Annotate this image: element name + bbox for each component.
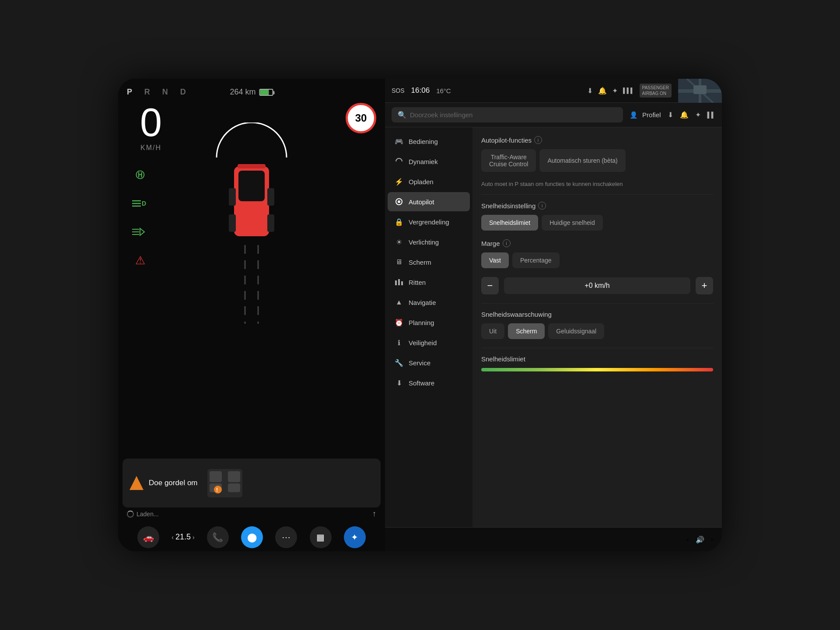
bluetooth-status-icon[interactable]: ✦: [612, 87, 618, 95]
sidebar-item-software[interactable]: ⬇ Software: [388, 373, 470, 392]
sidebar-item-planning[interactable]: ⏰ Planning: [388, 313, 470, 332]
scherm-btn[interactable]: Scherm: [508, 323, 545, 339]
top-bar-icons: ⬇ 🔔 ✦ ▌▌▌ PASSENGERAIRBAG ON: [587, 84, 672, 98]
search-input-container[interactable]: 🔍 Doorzoek instellingen: [392, 107, 623, 122]
sidebar-item-vergrendeling[interactable]: 🔒 Vergrendeling: [388, 212, 470, 231]
percentage-btn[interactable]: Percentage: [512, 252, 560, 268]
sidebar-menu: 🎮 Bediening Dynamiek ⚡ Opladen: [385, 127, 472, 527]
bediening-icon: 🎮: [395, 137, 403, 146]
autopilot-section-title: Autopilot-functies i: [481, 136, 713, 144]
bt-btn[interactable]: ✦: [695, 111, 701, 119]
right-taskbar: ‹ 🔊 ›: [385, 527, 722, 551]
marge-toggle-group: Vast Percentage: [481, 252, 713, 268]
nav-prev-btn[interactable]: ‹: [686, 536, 689, 543]
svg-text:D: D: [142, 200, 146, 207]
clock-display: 16:06: [411, 86, 430, 95]
battery-km: 264 km: [230, 88, 256, 97]
veiligheid-icon: ℹ: [395, 338, 403, 347]
traffic-aware-btn[interactable]: Traffic-AwareCruise Control: [481, 149, 536, 172]
svg-marker-7: [140, 228, 144, 235]
more-btn[interactable]: ⋯: [275, 526, 297, 548]
ritten-label: Ritten: [409, 279, 426, 286]
marge-increase-btn[interactable]: +: [696, 277, 713, 294]
car-status-btn[interactable]: 🚗: [137, 526, 159, 548]
ritten-icon: [395, 278, 403, 287]
snelheidslimiet-btn[interactable]: Snelheidslimiet: [481, 215, 538, 231]
bottom-info-bar: Laden... ↑: [118, 509, 385, 518]
svg-point-22: [214, 486, 222, 494]
bluetooth-btn[interactable]: ✦: [344, 526, 366, 548]
sos-button[interactable]: SOS: [392, 87, 405, 94]
speed-value: 0: [140, 103, 162, 142]
right-panel: SOS 16:06 16°C ⬇ 🔔 ✦ ▌▌▌ PASSENGERAIRBAG…: [385, 79, 722, 551]
sidebar-item-scherm[interactable]: 🖥 Scherm: [388, 252, 470, 272]
sidebar-item-service[interactable]: 🔧 Service: [388, 353, 470, 372]
svg-rect-32: [398, 279, 400, 285]
settings-main: 🎮 Bediening Dynamiek ⚡ Opladen: [385, 127, 722, 527]
service-icon: 🔧: [395, 358, 403, 367]
temp-value: 21.5: [175, 532, 191, 542]
scherm-label: Scherm: [409, 259, 431, 266]
autosteer-btn[interactable]: Automatisch sturen (bèta): [539, 149, 625, 172]
alert-btn[interactable]: 🔔: [680, 111, 689, 119]
geluid-btn[interactable]: Geluidssignaal: [548, 323, 604, 339]
mini-map[interactable]: [678, 79, 722, 103]
sidebar-item-veiligheid[interactable]: ℹ Veiligheid: [388, 333, 470, 352]
loading-indicator: Laden...: [127, 511, 159, 518]
search-field-placeholder[interactable]: Doorzoek instellingen: [410, 111, 472, 119]
planning-label: Planning: [409, 319, 434, 326]
svg-rect-11: [238, 171, 265, 201]
camera-btn[interactable]: ⬤: [241, 526, 263, 548]
prnd-display: P R N D: [127, 88, 189, 97]
left-taskbar: 🚗 ‹ 21.5 › 📞 ⬤ ⋯ ▦ ✦: [118, 523, 385, 551]
svg-point-30: [398, 200, 400, 203]
download-icon[interactable]: ⬇: [587, 87, 593, 95]
sidebar-item-opladen[interactable]: ⚡ Opladen: [388, 172, 470, 191]
speed-limit-bar: [481, 368, 713, 371]
svg-rect-14: [229, 214, 236, 232]
uit-btn[interactable]: Uit: [481, 323, 504, 339]
marge-info-icon[interactable]: i: [503, 239, 511, 247]
opladen-label: Opladen: [409, 178, 434, 186]
marge-decrease-btn[interactable]: −: [481, 277, 499, 294]
lte-signal-icon: ▌▌▌: [623, 88, 634, 94]
seat-diagram: !: [203, 466, 247, 500]
dynamiek-label: Dynamiek: [409, 158, 438, 165]
signal-indicator: ▌▌: [707, 112, 715, 118]
temperature-control[interactable]: ‹ 21.5 ›: [172, 532, 194, 542]
snelheid-info-icon[interactable]: i: [538, 202, 546, 210]
prev-temp-btn[interactable]: ‹: [172, 534, 174, 541]
scroll-up-icon[interactable]: ↑: [372, 509, 376, 518]
navigatie-icon: ▲: [395, 298, 403, 307]
temperature-display: 16°C: [436, 87, 451, 94]
sidebar-item-navigatie[interactable]: ▲ Navigatie: [388, 293, 470, 312]
vast-btn[interactable]: Vast: [481, 252, 509, 268]
car-visualization: [190, 122, 313, 326]
phone-btn[interactable]: 📞: [207, 526, 229, 548]
huidige-snelheid-btn[interactable]: Huidige snelheid: [542, 215, 603, 231]
next-temp-btn[interactable]: ›: [192, 534, 195, 541]
download-btn[interactable]: ⬇: [668, 111, 673, 119]
autopilot-label: Autopilot: [409, 198, 434, 206]
scherm-icon: 🖥: [395, 258, 403, 266]
verlichting-label: Verlichting: [409, 238, 439, 246]
volume-icon[interactable]: 🔊: [696, 536, 704, 544]
sidebar-item-ritten[interactable]: Ritten: [388, 273, 470, 292]
svg-rect-18: [210, 471, 222, 482]
autopilot-info-icon[interactable]: i: [534, 136, 542, 144]
screen-bezel: P R N D 264 km 0 KM/H 30: [118, 79, 722, 551]
seatbelt-warning-bar: Doe gordel om !: [122, 458, 381, 508]
warning-triangle-icon: [130, 476, 144, 490]
speed-unit: KM/H: [140, 144, 162, 152]
sidebar-item-autopilot[interactable]: Autopilot: [388, 192, 470, 211]
nav-next-btn[interactable]: ›: [711, 536, 713, 543]
sidebar-item-bediening[interactable]: 🎮 Bediening: [388, 132, 470, 151]
notifications-icon[interactable]: 🔔: [598, 87, 607, 95]
profile-button[interactable]: 👤 Profiel: [630, 111, 661, 119]
svg-rect-16: [238, 164, 266, 168]
speed-limit-value: 30: [355, 112, 367, 124]
media-viz-btn[interactable]: ▦: [310, 526, 332, 548]
sidebar-item-verlichting[interactable]: ☀ Verlichting: [388, 232, 470, 252]
navigatie-label: Navigatie: [409, 299, 436, 306]
sidebar-item-dynamiek[interactable]: Dynamiek: [388, 152, 470, 171]
